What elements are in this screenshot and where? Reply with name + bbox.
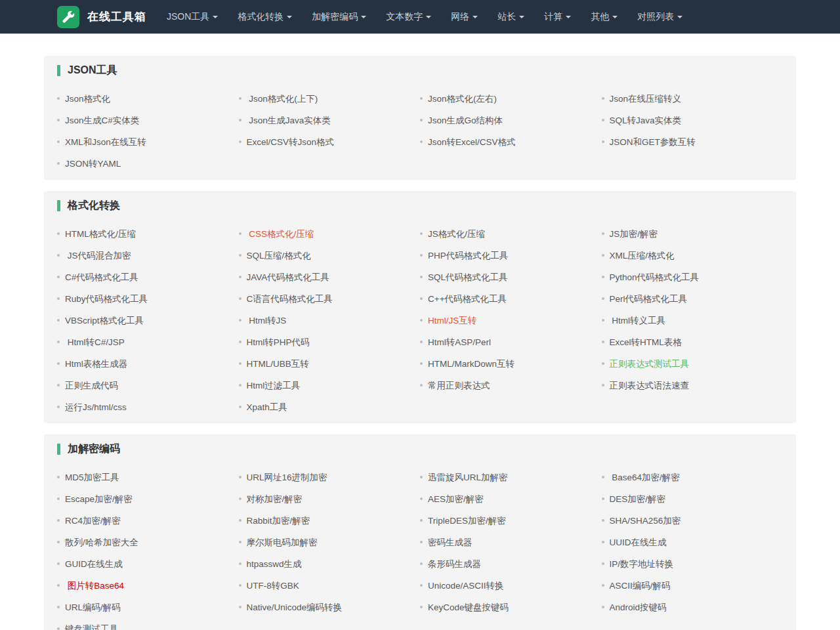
tool-link[interactable]: Json在线压缩转义: [602, 88, 784, 110]
tool-link[interactable]: Json生成Go结构体: [420, 110, 602, 131]
tool-link[interactable]: 运行Js/html/css: [57, 396, 239, 418]
tool-link[interactable]: htpasswd生成: [239, 553, 421, 575]
chevron-down-icon: [287, 16, 292, 18]
tool-link[interactable]: URL编码/解码: [57, 597, 239, 618]
tool-link[interactable]: JS加密/解密: [602, 223, 784, 245]
bullet-icon: [57, 519, 60, 522]
nav-menu-item[interactable]: 站长: [488, 0, 534, 33]
tool-link[interactable]: JSON和GET参数互转: [602, 131, 784, 153]
tool-link[interactable]: AES加密/解密: [420, 488, 602, 510]
tool-link[interactable]: XML压缩/格式化: [602, 245, 784, 266]
tool-link[interactable]: Excel转HTML表格: [602, 331, 784, 353]
tool-link[interactable]: Html转ASP/Perl: [420, 331, 602, 353]
tool-link[interactable]: Html转JS: [239, 310, 421, 331]
tool-link[interactable]: 正则表达式测试工具: [602, 353, 784, 375]
tool-section-card: 格式化转换 HTML格式化/压缩 CSS格式化/压缩JS格式化/压缩JS加密/解…: [44, 191, 796, 423]
tool-link[interactable]: PHP代码格式化工具: [420, 245, 602, 266]
tool-link[interactable]: Python代码格式化工具: [602, 266, 784, 288]
tool-link[interactable]: 图片转Base64: [57, 575, 239, 597]
tool-link[interactable]: JAVA代码格式化工具: [239, 266, 421, 288]
tool-link[interactable]: MD5加密工具: [57, 467, 239, 488]
bullet-icon: [57, 97, 60, 100]
nav-menu-item[interactable]: 文本数字: [376, 0, 441, 33]
tool-link[interactable]: HTML/UBB互转: [239, 353, 421, 375]
tool-link[interactable]: Json生成Java实体类: [239, 110, 421, 131]
bullet-icon: [239, 276, 242, 278]
tool-link[interactable]: UTF-8转GBK: [239, 575, 421, 597]
nav-menu-item[interactable]: 网络: [441, 0, 488, 33]
tool-link[interactable]: Json转Excel/CSV格式: [420, 131, 602, 153]
tool-link[interactable]: JS代码混合加密: [57, 245, 239, 266]
tool-link[interactable]: KeyCode键盘按键码: [420, 597, 602, 618]
tool-link[interactable]: IP/数字地址转换: [602, 553, 784, 575]
chevron-down-icon: [677, 16, 682, 18]
tool-link[interactable]: SHA/SHA256加密: [602, 510, 784, 532]
tool-link[interactable]: Native/Unicode编码转换: [239, 597, 421, 618]
tool-link[interactable]: Html转C#/JSP: [57, 331, 239, 353]
tool-link[interactable]: Json格式化: [57, 88, 239, 110]
tool-link[interactable]: JSON转YAML: [57, 153, 239, 175]
tool-link[interactable]: GUID在线生成: [57, 553, 239, 575]
tool-link[interactable]: 常用正则表达式: [420, 375, 602, 396]
tool-link[interactable]: SQL代码格式化工具: [420, 266, 602, 288]
nav-menu-item[interactable]: JSON工具: [157, 0, 228, 33]
tool-link[interactable]: Escape加密/解密: [57, 488, 239, 510]
nav-menu-item[interactable]: 加解密编码: [302, 0, 376, 33]
tool-link[interactable]: Json生成C#实体类: [57, 110, 239, 131]
tool-link[interactable]: ASCII编码/解码: [602, 575, 784, 597]
tool-link[interactable]: Rabbit加密/解密: [239, 510, 421, 532]
tool-link[interactable]: 键盘测试工具: [57, 618, 239, 630]
bullet-icon: [57, 232, 60, 235]
nav-menu-item[interactable]: 其他: [581, 0, 627, 33]
tool-link[interactable]: Html转义工具: [602, 310, 784, 331]
tool-link[interactable]: Android按键码: [602, 597, 784, 618]
tool-link[interactable]: Perl代码格式化工具: [602, 288, 784, 310]
bullet-icon: [420, 562, 423, 565]
tool-link[interactable]: CSS格式化/压缩: [239, 223, 421, 245]
nav-menu-item[interactable]: 计算: [534, 0, 581, 33]
tool-link[interactable]: TripleDES加密/解密: [420, 510, 602, 532]
tool-link[interactable]: 迅雷旋风URL加解密: [420, 467, 602, 488]
tool-link[interactable]: 条形码生成器: [420, 553, 602, 575]
tool-link[interactable]: SQL压缩/格式化: [239, 245, 421, 266]
tool-link[interactable]: C语言代码格式化工具: [239, 288, 421, 310]
tool-link[interactable]: Ruby代码格式化工具: [57, 288, 239, 310]
tool-link[interactable]: Html转PHP代码: [239, 331, 421, 353]
bullet-icon: [57, 362, 60, 365]
tool-link[interactable]: Excel/CSV转Json格式: [239, 131, 421, 153]
tool-link[interactable]: SQL转Java实体类: [602, 110, 784, 131]
tool-link[interactable]: 正则生成代码: [57, 375, 239, 396]
tool-link[interactable]: RC4加密/解密: [57, 510, 239, 532]
tool-link[interactable]: Html/JS互转: [420, 310, 602, 331]
tool-link[interactable]: Json格式化(左右): [420, 88, 602, 110]
tool-link[interactable]: Html过滤工具: [239, 375, 421, 396]
tool-link[interactable]: C#代码格式化工具: [57, 266, 239, 288]
tool-link[interactable]: Base64加密/解密: [602, 467, 784, 488]
tool-link[interactable]: Xpath工具: [239, 396, 421, 418]
tool-link[interactable]: JS格式化/压缩: [420, 223, 602, 245]
tool-link[interactable]: 密码生成器: [420, 532, 602, 553]
tool-link[interactable]: UUID在线生成: [602, 532, 784, 553]
tool-link[interactable]: 对称加密/解密: [239, 488, 421, 510]
tool-link[interactable]: Json格式化(上下): [239, 88, 421, 110]
tool-link[interactable]: 摩尔斯电码加解密: [239, 532, 421, 553]
brand-home-link[interactable]: 在线工具箱: [57, 6, 146, 28]
tool-link[interactable]: 散列/哈希加密大全: [57, 532, 239, 553]
bullet-icon: [239, 140, 242, 143]
bullet-icon: [420, 476, 423, 478]
tool-link[interactable]: URL网址16进制加密: [239, 467, 421, 488]
tool-link[interactable]: VBScript格式化工具: [57, 310, 239, 331]
tool-link[interactable]: 正则表达式语法速查: [602, 375, 784, 396]
nav-menu-item[interactable]: 格式化转换: [228, 0, 302, 33]
nav-menu-item[interactable]: 对照列表: [627, 0, 692, 33]
tool-link[interactable]: DES加密/解密: [602, 488, 784, 510]
tool-link[interactable]: HTML/MarkDown互转: [420, 353, 602, 375]
tool-link[interactable]: Html表格生成器: [57, 353, 239, 375]
bullet-icon: [239, 476, 242, 478]
tool-link[interactable]: Unicode/ASCII转换: [420, 575, 602, 597]
bullet-icon: [420, 584, 423, 587]
tool-link[interactable]: C++代码格式化工具: [420, 288, 602, 310]
bullet-icon: [602, 119, 604, 121]
tool-link[interactable]: HTML格式化/压缩: [57, 223, 239, 245]
tool-link[interactable]: XML和Json在线互转: [57, 131, 239, 153]
